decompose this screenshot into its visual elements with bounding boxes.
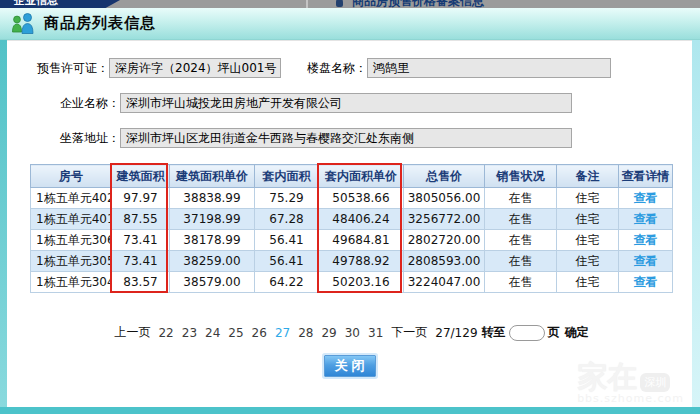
table-cell: 3805056.00 xyxy=(404,188,485,209)
view-link[interactable]: 查看 xyxy=(634,254,658,268)
view-link[interactable]: 查看 xyxy=(634,233,658,247)
clipped-page-title: 商品房预售价格备案信息 xyxy=(352,0,484,8)
table-cell: 83.57 xyxy=(112,272,170,293)
table-row: 1栋五单元40187.5537198.9967.2848406.24325677… xyxy=(31,209,673,230)
prev-page-link[interactable]: 上一页 xyxy=(114,324,150,341)
goto-page-input[interactable] xyxy=(509,325,545,341)
page-number[interactable]: 22 xyxy=(158,326,173,340)
page-number-list: 22232425262728293031 xyxy=(154,326,387,340)
page-number[interactable]: 29 xyxy=(321,326,336,340)
column-header: 建筑面积单价 xyxy=(170,165,255,188)
watermark: 家在 深圳 bbs.szhome.com xyxy=(577,362,684,405)
project-name-label: 楼盘名称： xyxy=(307,60,367,77)
table-cell: 38178.99 xyxy=(170,230,255,251)
listing-table: 房号建筑面积建筑面积单价套内面积套内面积单价总售价销售状况备注查看详情 1栋五单… xyxy=(30,164,673,293)
table-cell: 在售 xyxy=(485,272,557,293)
goto-confirm-button[interactable]: 确定 xyxy=(565,324,589,341)
company-name-field[interactable]: 深圳市坪山城投龙田房地产开发有限公司 xyxy=(120,93,572,113)
table-cell: 73.41 xyxy=(112,230,170,251)
room-number-cell: 1栋五单元304 xyxy=(31,272,112,293)
page-number[interactable]: 26 xyxy=(252,326,267,340)
table-cell: 住宅 xyxy=(557,230,619,251)
table-cell: 38579.00 xyxy=(170,272,255,293)
goto-label: 转至 xyxy=(482,324,506,341)
close-button[interactable]: 关闭 xyxy=(324,355,376,377)
page-number[interactable]: 23 xyxy=(182,326,197,340)
watermark-main: 家在 xyxy=(577,362,637,392)
page-number[interactable]: 28 xyxy=(298,326,313,340)
column-header: 房号 xyxy=(31,165,112,188)
page-number[interactable]: 24 xyxy=(205,326,220,340)
table-cell: 87.55 xyxy=(112,209,170,230)
page-indicator: 27/129 xyxy=(435,326,477,340)
page-number[interactable]: 25 xyxy=(228,326,243,340)
view-link[interactable]: 查看 xyxy=(634,212,658,226)
project-name-field[interactable]: 鸿鹄里 xyxy=(367,58,611,78)
view-link[interactable]: 查看 xyxy=(634,191,658,205)
table-cell: 在售 xyxy=(485,251,557,272)
table-cell: 49788.92 xyxy=(319,251,404,272)
column-header: 查看详情 xyxy=(619,165,673,188)
column-header: 总售价 xyxy=(404,165,485,188)
view-details-cell: 查看 xyxy=(619,272,673,293)
table-cell: 在售 xyxy=(485,230,557,251)
listing-table-wrap: 房号建筑面积建筑面积单价套内面积套内面积单价总售价销售状况备注查看详情 1栋五单… xyxy=(30,164,676,293)
view-details-cell: 查看 xyxy=(619,251,673,272)
presale-permit-label: 预售许可证： xyxy=(37,60,109,77)
column-header: 套内面积单价 xyxy=(319,165,404,188)
table-cell: 在售 xyxy=(485,209,557,230)
right-border-strip xyxy=(692,40,700,414)
header-row: 房号建筑面积建筑面积单价套内面积套内面积单价总售价销售状况备注查看详情 xyxy=(31,165,673,188)
table-cell: 住宅 xyxy=(557,251,619,272)
table-cell: 住宅 xyxy=(557,188,619,209)
top-system-strip: 企业信息 商品房预售价格备案信息 xyxy=(0,0,700,8)
company-name-label: 企业名称： xyxy=(60,95,120,112)
table-row: 1栋五单元40297.9738838.9975.2950538.66380505… xyxy=(31,188,673,209)
form-row-project: 楼盘名称： 鸿鹄里 xyxy=(307,58,611,78)
commodity-housing-window: 企业信息 商品房预售价格备案信息 商品房列表信息 预售许可证： 深房许字（202… xyxy=(0,0,700,414)
watermark-badge: 深圳 xyxy=(640,373,670,392)
presale-permit-field[interactable]: 深房许字（2024）坪山001号 xyxy=(109,58,281,78)
table-row: 1栋五单元30483.5738579.0064.2250203.16322404… xyxy=(31,272,673,293)
next-page-link[interactable]: 下一页 xyxy=(391,324,427,341)
view-link[interactable]: 查看 xyxy=(634,275,658,289)
table-cell: 3256772.00 xyxy=(404,209,485,230)
table-cell: 在售 xyxy=(485,188,557,209)
table-cell: 75.29 xyxy=(255,188,319,209)
address-label: 坐落地址： xyxy=(60,130,120,147)
top-nav-tab[interactable]: 企业信息 xyxy=(0,0,120,8)
page-number-current[interactable]: 27 xyxy=(275,326,290,340)
column-header: 销售状况 xyxy=(485,165,557,188)
table-cell: 3224047.00 xyxy=(404,272,485,293)
people-icon xyxy=(10,12,36,36)
column-header: 套内面积 xyxy=(255,165,319,188)
table-cell: 住宅 xyxy=(557,272,619,293)
table-cell: 49684.81 xyxy=(319,230,404,251)
room-number-cell: 1栋五单元402 xyxy=(31,188,112,209)
view-details-cell: 查看 xyxy=(619,188,673,209)
table-cell: 2802720.00 xyxy=(404,230,485,251)
room-number-cell: 1栋五单元401 xyxy=(31,209,112,230)
table-cell: 67.28 xyxy=(255,209,319,230)
left-border-strip xyxy=(0,40,7,414)
page-number[interactable]: 31 xyxy=(368,326,383,340)
column-header: 备注 xyxy=(557,165,619,188)
page-title: 商品房列表信息 xyxy=(44,14,156,33)
form-row-address: 坐落地址： 深圳市坪山区龙田街道金牛西路与春樱路交汇处东南侧 xyxy=(60,128,572,148)
table-cell: 38259.00 xyxy=(170,251,255,272)
address-field[interactable]: 深圳市坪山区龙田街道金牛西路与春樱路交汇处东南侧 xyxy=(120,128,572,148)
view-details-cell: 查看 xyxy=(619,209,673,230)
table-row: 1栋五单元30673.4138178.9956.4149684.81280272… xyxy=(31,230,673,251)
column-header: 建筑面积 xyxy=(112,165,170,188)
table-cell: 56.41 xyxy=(255,251,319,272)
table-cell: 50538.66 xyxy=(319,188,404,209)
watermark-url: bbs.szhome.com xyxy=(577,392,684,405)
table-cell: 2808593.00 xyxy=(404,251,485,272)
bottom-border-strip xyxy=(0,407,700,414)
room-number-cell: 1栋五单元306 xyxy=(31,230,112,251)
room-number-cell: 1栋五单元305 xyxy=(31,251,112,272)
top-strip-divider xyxy=(306,0,308,8)
table-cell: 64.22 xyxy=(255,272,319,293)
page-number[interactable]: 30 xyxy=(345,326,360,340)
person-mini-icon xyxy=(336,0,343,7)
